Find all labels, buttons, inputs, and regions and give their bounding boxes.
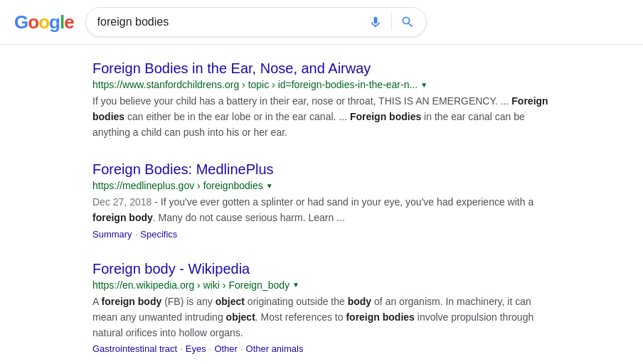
result-3-link-eyes[interactable]: Eyes bbox=[186, 343, 206, 354]
result-3-url-container: https://en.wikipedia.org › wiki › Foreig… bbox=[92, 279, 551, 291]
header: Google bbox=[0, 0, 643, 45]
result-3-sep-3: · bbox=[240, 343, 243, 354]
search-icons bbox=[368, 14, 415, 31]
result-3-bold-5: foreign bodies bbox=[346, 311, 414, 323]
result-3-bold-1: foreign body bbox=[101, 296, 161, 307]
result-3-bold-4: object bbox=[226, 311, 255, 323]
result-2-dropdown-icon[interactable]: ▼ bbox=[266, 182, 273, 190]
google-logo[interactable]: Google bbox=[14, 11, 74, 33]
result-3-link-gi[interactable]: Gastrointestinal tract bbox=[92, 343, 177, 354]
result-2-date: Dec 27, 2018 bbox=[92, 196, 152, 208]
microphone-icon[interactable] bbox=[368, 15, 383, 29]
result-2-link-specifics[interactable]: Specifics bbox=[140, 229, 177, 240]
result-3-dropdown-icon[interactable]: ▼ bbox=[292, 281, 299, 289]
search-result-1: Foreign Bodies in the Ear, Nose, and Air… bbox=[92, 59, 551, 140]
result-2-url: https://medlineplus.gov › foreignbodies bbox=[92, 180, 263, 191]
result-3-sep-1: · bbox=[180, 343, 183, 354]
result-2-snippet: Dec 27, 2018 - If you've ever gotten a s… bbox=[92, 194, 551, 225]
result-2-bold-1: foreign body bbox=[92, 212, 153, 223]
result-3-link-other-animals[interactable]: Other animals bbox=[246, 343, 304, 354]
result-1-url-container: https://www.stanfordchildrens.org › topi… bbox=[92, 79, 551, 90]
search-bar bbox=[85, 7, 427, 37]
result-3-bold-3: body bbox=[348, 296, 371, 307]
logo-o-yellow: o bbox=[38, 11, 49, 33]
search-result-3: Foreign body - Wikipedia https://en.wiki… bbox=[92, 259, 551, 354]
results-area: Foreign Bodies in the Ear, Nose, and Air… bbox=[0, 45, 643, 364]
result-3-snippet: A foreign body (FB) is any object origin… bbox=[92, 294, 551, 341]
logo-o-red: o bbox=[28, 11, 38, 33]
result-1-snippet: If you believe your child has a battery … bbox=[92, 93, 551, 140]
result-3-url: https://en.wikipedia.org › wiki › Foreig… bbox=[92, 279, 289, 291]
search-icon[interactable] bbox=[400, 15, 415, 29]
result-2-title[interactable]: Foreign Bodies: MedlinePlus bbox=[92, 161, 274, 177]
result-2-link-summary[interactable]: Summary bbox=[92, 229, 132, 240]
search-divider bbox=[391, 14, 392, 31]
logo-e-red: e bbox=[64, 11, 73, 33]
result-1-url: https://www.stanfordchildrens.org › topi… bbox=[92, 79, 418, 90]
logo-g2-blue: g bbox=[49, 11, 60, 33]
search-input[interactable] bbox=[97, 16, 368, 28]
result-2-url-container: https://medlineplus.gov › foreignbodies … bbox=[92, 180, 551, 191]
search-result-2: Foreign Bodies: MedlinePlus https://medl… bbox=[92, 160, 551, 239]
result-3-title[interactable]: Foreign body - Wikipedia bbox=[92, 261, 250, 277]
result-2-sep-1: · bbox=[135, 229, 138, 240]
result-3-sep-2: · bbox=[209, 343, 212, 354]
result-3-bold-2: object bbox=[216, 296, 245, 307]
result-1-title[interactable]: Foreign Bodies in the Ear, Nose, and Air… bbox=[92, 60, 371, 76]
result-1-bold-1: Foreign bodies bbox=[92, 95, 548, 122]
result-3-links: Gastrointestinal tract · Eyes · Other · … bbox=[92, 343, 551, 354]
result-1-dropdown-icon[interactable]: ▼ bbox=[420, 81, 427, 89]
result-1-bold-2: Foreign bodies bbox=[350, 111, 421, 122]
result-3-link-other[interactable]: Other bbox=[214, 343, 238, 354]
result-2-links: Summary · Specifics bbox=[92, 229, 551, 240]
logo-g-blue: G bbox=[14, 11, 28, 33]
